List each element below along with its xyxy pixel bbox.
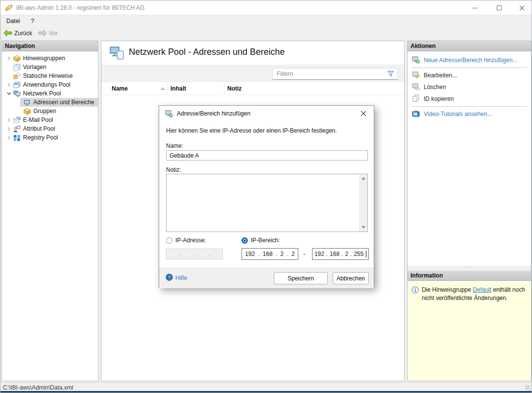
copy-icon [412, 94, 420, 104]
action-video-tutorials[interactable]: Video-Tutorials ansehen... [408, 108, 531, 120]
ip-range-radio[interactable] [242, 237, 248, 244]
app-window: IBI-aws Admin 1.28.0 - registriert für I… [0, 0, 532, 393]
applications-icon [13, 81, 21, 89]
dialog-close-button[interactable] [358, 109, 369, 118]
sidebar-item-label: Anwendungs Pool [23, 81, 71, 88]
column-header-inhalt[interactable]: Inhalt [170, 85, 186, 92]
action-add-address[interactable]: Neue Adresse/Bereich hinzufügen... [408, 54, 531, 66]
help-link[interactable]: ? Hilfe [166, 274, 187, 282]
menu-bar: Datei ? [0, 16, 532, 26]
column-divider[interactable] [224, 83, 224, 94]
ip-octet: 2 [345, 251, 348, 257]
sidebar-item-label: Attribut Pool [23, 125, 55, 132]
sidebar-item-vorlagen[interactable]: Vorlagen [2, 63, 98, 71]
resize-grip[interactable] [525, 385, 530, 390]
ip-range-start-field[interactable]: 192. 168. 2. 2 [242, 248, 298, 260]
sidebar-item-gruppen[interactable]: Gruppen [20, 107, 98, 116]
ip-address-label: IP-Adresse: [175, 237, 206, 244]
filter-funnel-icon[interactable] [387, 70, 394, 79]
menu-file[interactable]: Datei [1, 16, 25, 26]
dialog-title-bar: Adresse/Bereich hinzufügen [159, 106, 374, 121]
forward-label: Vor [49, 30, 58, 37]
ip-separator: . [350, 251, 352, 257]
chevron-right-icon[interactable] [6, 56, 12, 61]
action-edit[interactable]: Bearbeiten... [408, 69, 531, 81]
ip-range-radio-group[interactable]: IP-Bereich: [242, 237, 280, 244]
page-title: Netzwerk Pool - Adressen und Bereiche [129, 47, 285, 57]
action-label: Neue Adresse/Bereich hinzufügen... [424, 57, 517, 64]
ip-octet: 192 [314, 251, 324, 257]
ip-octet: 255 [354, 251, 363, 257]
sidebar-item-hinweisgruppen[interactable]: Hinweisgruppen [2, 54, 98, 63]
sidebar-item-label: Vorlagen [23, 64, 46, 70]
information-header: Information [408, 271, 531, 281]
ip-range-end-field[interactable]: 192. 168. 2. 255 [312, 248, 369, 260]
data-file-path: C:\IBI-aws\Admin\Data.xml [3, 384, 73, 391]
single-ip-field: . . . [166, 249, 223, 259]
email-icon [13, 116, 21, 124]
chevron-right-icon[interactable] [6, 83, 12, 87]
ip-separator: . [179, 251, 181, 257]
cancel-button[interactable]: Abbrechen [333, 272, 369, 284]
svg-text:?: ? [168, 275, 170, 280]
back-label: Zurück [14, 30, 32, 37]
maximize-icon [497, 5, 502, 10]
chevron-down-icon[interactable] [6, 92, 12, 95]
package-icon [23, 107, 31, 115]
maximize-button[interactable] [489, 0, 509, 15]
chevron-right-icon[interactable] [6, 118, 12, 122]
dialog-instruction: Hier können Sie eine IP-Adresse oder ein… [166, 127, 337, 134]
monitor-delete-icon [412, 83, 420, 92]
sidebar-item-netzwerk-pool[interactable]: Netzwerk Pool [2, 89, 98, 98]
name-label: Name: [166, 142, 183, 149]
sidebar-item-adressen-und-bereiche[interactable]: Adressen und Bereiche [20, 98, 98, 107]
scroll-up-icon[interactable] [359, 174, 367, 183]
sidebar-item-email-pool[interactable]: E-Mail Pool [2, 116, 98, 124]
sidebar-item-anwendungs-pool[interactable]: Anwendungs Pool [2, 80, 98, 89]
filter-row [101, 65, 404, 82]
close-icon [519, 5, 525, 11]
user-at-computer-icon [13, 125, 21, 133]
name-field[interactable] [166, 150, 368, 161]
panel-splitter[interactable]: ··· [408, 266, 531, 271]
sidebar-item-statische-hinweise[interactable]: Statische Hinweise [2, 71, 98, 80]
sidebar-item-label: Netzwerk Pool [23, 90, 61, 97]
save-button[interactable]: Speichern [274, 272, 328, 284]
ip-octet: 168 [330, 251, 339, 257]
column-header-notiz[interactable]: Notiz [227, 85, 242, 92]
templates-icon [13, 63, 21, 71]
info-text-before: Die Hinweisgruppe [422, 286, 473, 293]
splitter-dots: ··· [466, 264, 473, 270]
chevron-right-icon[interactable] [6, 136, 12, 140]
filter-input[interactable] [277, 69, 382, 78]
sidebar-item-attribut-pool[interactable]: Attribut Pool [2, 124, 98, 133]
scroll-down-icon[interactable] [359, 223, 367, 231]
ip-separator: . [193, 251, 195, 257]
ip-octet: 192 [245, 251, 255, 257]
scrollbar[interactable] [359, 174, 367, 231]
action-delete[interactable]: Löschen [408, 81, 531, 93]
note-textarea[interactable] [166, 174, 368, 232]
ip-address-radio[interactable] [166, 237, 172, 244]
back-button[interactable]: Zurück [0, 28, 35, 38]
action-copy-id[interactable]: ID kopieren [408, 93, 531, 105]
network-pool-icon [13, 90, 21, 97]
column-divider[interactable] [167, 83, 167, 94]
sidebar-item-registry-pool[interactable]: Registry Pool [2, 133, 98, 142]
ip-octet: 2 [291, 251, 295, 257]
ip-address-radio-group[interactable]: IP-Adresse: [166, 237, 206, 244]
navigation-tree: Hinweisgruppen Vorlagen Statische Hinwei… [2, 51, 98, 142]
help-label: Hilfe [175, 275, 187, 281]
default-group-link[interactable]: Default [473, 286, 491, 293]
chevron-right-icon[interactable] [6, 127, 12, 131]
information-body: Die Hinweisgruppe Default enthält noch n… [408, 281, 531, 381]
column-header-name[interactable]: Name [112, 85, 128, 92]
forward-button[interactable]: Vor [35, 28, 61, 38]
ip-separator: . [208, 251, 210, 257]
menu-help[interactable]: ? [26, 16, 39, 26]
minimize-button[interactable] [465, 0, 484, 15]
dialog-title: Adresse/Bereich hinzufügen [177, 110, 250, 117]
close-button[interactable] [512, 0, 532, 15]
ip-separator: . [326, 251, 328, 257]
static-note-icon [13, 72, 21, 80]
